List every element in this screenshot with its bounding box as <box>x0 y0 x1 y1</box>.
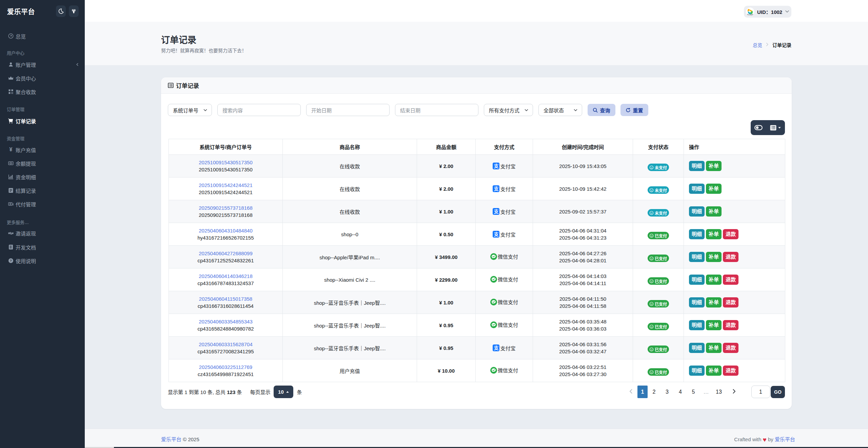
svg-text:腾讯视频: 腾讯视频 <box>747 14 753 16</box>
svg-text:?: ? <box>10 259 12 262</box>
